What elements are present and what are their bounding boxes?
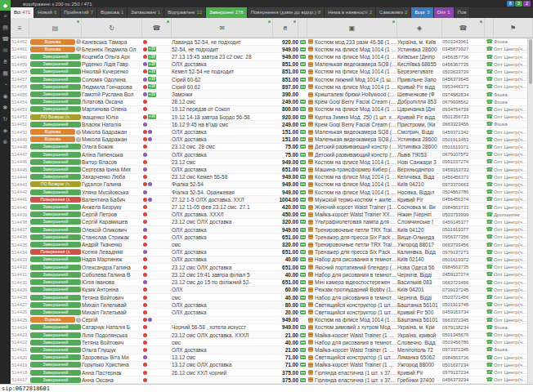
column-header-ct[interactable]: ☎	[142, 18, 172, 38]
status-chip[interactable]: 3	[515, 1, 522, 7]
missed-call-icon[interactable]	[143, 287, 147, 292]
add-call-badge[interactable]: +38	[148, 55, 156, 60]
app-logo[interactable]: ◆	[0, 0, 11, 11]
viber-icon[interactable]	[143, 78, 147, 82]
tab-item[interactable]: Нема в наявності2	[325, 7, 376, 18]
status-chip[interactable]: 2	[523, 1, 531, 7]
call-button[interactable]: ☎	[485, 38, 494, 45]
missed-call-icon[interactable]	[143, 273, 147, 277]
call-button[interactable]: ☎	[485, 287, 494, 293]
call-button[interactable]: ☎	[485, 204, 494, 211]
table-row[interactable]: 514445ЗавершенийСергєєва Ірина МихОЛХ до…	[11, 166, 527, 173]
missed-call-icon[interactable]	[143, 85, 147, 89]
call-button[interactable]: ☎	[485, 234, 494, 240]
viber-icon[interactable]	[143, 190, 147, 194]
calls-icon[interactable]: ☎	[0, 33, 11, 45]
call-button[interactable]: ☎	[485, 69, 494, 75]
table-row[interactable]: 514457ЗавершенийСоломія Одолина+38Сірий …	[11, 76, 527, 83]
table-row[interactable]: 514462ВідмоваiКанєвська ТамараЛаванда 52…	[11, 38, 527, 46]
settings-icon[interactable]: ✱	[0, 102, 11, 114]
viber-icon[interactable]	[143, 228, 147, 232]
table-row[interactable]: 514442ЗавершенийУляна МусійовськаФіалка …	[11, 189, 527, 196]
call-button[interactable]: ☎	[485, 294, 494, 301]
call-button[interactable]: ☎	[485, 46, 494, 52]
missed-call-icon[interactable]	[143, 325, 147, 329]
tab-item[interactable]: Відправлені12	[164, 7, 206, 18]
tab-item[interactable]: Самовивіз2	[376, 7, 411, 18]
tab-item[interactable]: Прийнятий7	[60, 7, 97, 18]
call-button[interactable]: ☎	[485, 279, 494, 286]
table-row[interactable]: 514454ЗавершенийЛілатова Оксана28.12 смс…	[11, 99, 527, 106]
table-row[interactable]: 514420ЗавершенийЗдоровець Віта Ми13.12 с…	[11, 354, 527, 362]
missed-call-icon[interactable]	[143, 212, 147, 216]
call-button[interactable]: ☎	[485, 106, 494, 113]
column-header-ph[interactable]: ☎	[442, 18, 485, 38]
viber-icon[interactable]	[148, 130, 152, 134]
table-row[interactable]: 514436ЗавершенийСтаніслав СтрижакОЛХ дос…	[11, 234, 527, 241]
missed-call-icon[interactable]	[143, 333, 147, 337]
add-call-badge[interactable]: +38	[148, 114, 156, 119]
logout-icon[interactable]: ⊗	[0, 136, 11, 148]
missed-call-icon[interactable]	[143, 348, 147, 352]
viber-icon[interactable]	[143, 62, 147, 66]
table-row[interactable]: 514451ЗавершенийВласюк Наталія16.12 9:45…	[11, 121, 527, 128]
orders-icon[interactable]: ▤	[0, 22, 11, 33]
clients-icon[interactable]: ◉	[0, 91, 11, 102]
missed-call-icon[interactable]	[143, 220, 147, 224]
add-call-badge[interactable]: +38	[148, 84, 156, 89]
call-button[interactable]: ☎	[485, 196, 494, 203]
table-row[interactable]: 514433ЗавершенийНадія МартинюкОЛХ достав…	[11, 256, 527, 264]
call-button[interactable]: ☎	[485, 76, 494, 82]
scrollbar-thumb[interactable]	[529, 39, 532, 84]
tab-item[interactable]: Відмова1	[97, 7, 128, 18]
scrollbar[interactable]	[527, 38, 533, 384]
table-row[interactable]: 514432ЗавершенийОлександра Галина23.12 с…	[11, 264, 527, 271]
call-button[interactable]: ☎	[485, 271, 494, 278]
missed-call-icon[interactable]	[143, 235, 147, 239]
missed-call-icon[interactable]	[143, 310, 147, 314]
table-row[interactable]: 514423ЗавершенийЛілія Подолянська23.12 с…	[11, 332, 527, 339]
sync-icon[interactable]: ↻	[0, 114, 11, 125]
missed-call-icon[interactable]	[143, 40, 147, 44]
call-button[interactable]: ☎	[485, 158, 494, 165]
tab-item[interactable]: Борг3	[411, 7, 433, 18]
missed-call-icon[interactable]	[143, 265, 147, 270]
column-header-pr[interactable]: ₴	[273, 18, 298, 38]
call-button[interactable]: ☎	[485, 324, 494, 331]
column-header-id[interactable]: ≡	[11, 18, 29, 38]
table-row[interactable]: 514446ЗавершенийВіктор Власов23.12 смс94…	[11, 158, 527, 166]
table-row[interactable]: 514444ЗавершенийЗахарченко Люба23.12 смс…	[11, 174, 527, 181]
viber-icon[interactable]	[143, 355, 147, 359]
table-row[interactable]: 514450ВідмоваiМикола БадражанОЛХ доставк…	[11, 128, 527, 136]
call-button[interactable]: ☎	[485, 339, 494, 345]
call-button[interactable]: ☎	[485, 354, 494, 361]
tab-item[interactable]: Новий6	[34, 7, 60, 18]
call-button[interactable]: ☎	[485, 242, 494, 248]
menu-icon[interactable]: ≡	[0, 11, 11, 22]
table-row[interactable]: 514424ЗавершенийСатарчук Наталія БЧорний…	[11, 324, 527, 332]
table-row[interactable]: 514434Повернення (з.Ксенія ЛевадняяОЛХ д…	[11, 249, 527, 256]
column-header-call[interactable]	[485, 18, 494, 38]
call-button[interactable]: ☎	[485, 301, 494, 308]
call-button[interactable]: ☎	[485, 181, 494, 188]
missed-call-icon[interactable]	[143, 198, 147, 202]
table-row[interactable]: 514452ПО Возврат (ч.Іващенко Юлія+3819.1…	[11, 114, 527, 121]
viber-icon[interactable]	[143, 167, 147, 172]
missed-call-icon[interactable]	[143, 100, 147, 104]
missed-call-icon[interactable]	[143, 55, 147, 59]
missed-call-icon[interactable]	[143, 47, 147, 51]
missed-call-icon[interactable]	[143, 160, 147, 164]
add-call-badge[interactable]: +38	[148, 69, 156, 74]
missed-call-icon[interactable]	[143, 257, 147, 261]
table-row[interactable]: 514421ЗавершенийОльга ГлущукОЛХ доставка…	[11, 346, 527, 354]
missed-call-icon[interactable]	[143, 243, 147, 247]
add-call-badge[interactable]: +38	[148, 62, 156, 67]
call-button[interactable]: ☎	[485, 317, 494, 323]
table-row[interactable]: 514429ЗавершенийКузик АнтонінаОЛХ60.00Рю…	[11, 287, 527, 294]
missed-call-icon[interactable]	[143, 182, 147, 186]
missed-call-icon[interactable]	[143, 205, 147, 209]
call-button[interactable]: ☎	[485, 249, 494, 256]
column-header-tag[interactable]: ⚑	[494, 18, 533, 38]
add-call-badge[interactable]: +38	[148, 92, 156, 97]
table-row[interactable]: 514426ЗавершенийМихаіл ГилельвайОЛХ дост…	[11, 309, 527, 316]
